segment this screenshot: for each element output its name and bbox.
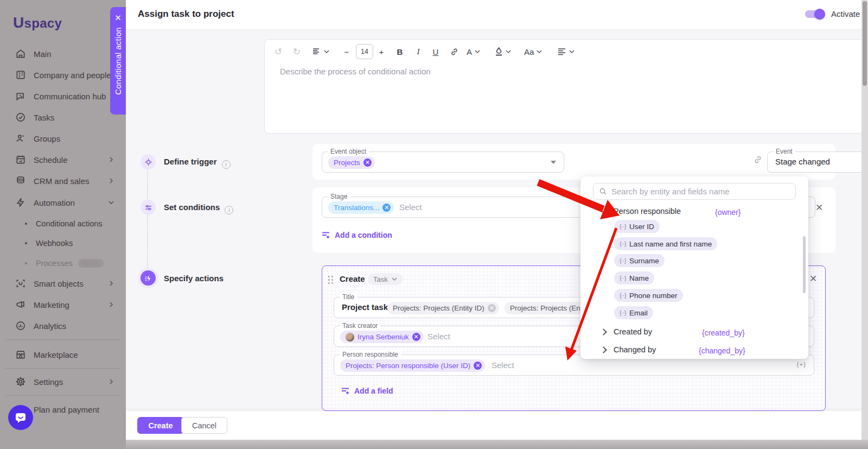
undo-button[interactable]: ↺: [272, 44, 284, 59]
link-button[interactable]: [448, 44, 460, 59]
avatar: [346, 333, 354, 342]
page-scrollbar: [861, 0, 868, 440]
select-placeholder: Select: [427, 332, 450, 341]
editor-placeholder: Describe the process of conditional acti…: [280, 67, 431, 76]
person-responsible-chip[interactable]: Projects: Person responsible (User ID)✕: [340, 359, 485, 372]
dropdown-field-phone-number[interactable]: {··}Phone number: [614, 289, 683, 302]
created-by-token: {created_by}: [702, 328, 745, 337]
trigger-step-label: Define triggeri: [164, 157, 231, 169]
dropdown-field-name[interactable]: {··}Name: [614, 271, 654, 284]
conditional-action-tab-label: Conditional action: [113, 27, 123, 95]
underline-button[interactable]: U: [430, 44, 442, 59]
page-title: Assign task to project: [138, 9, 234, 20]
target-icon: [144, 158, 152, 166]
select-placeholder: Select: [492, 361, 514, 370]
conditions-step-label: Set conditionsi: [164, 203, 233, 214]
event-object-field[interactable]: Event object Projects✕: [322, 151, 564, 173]
chat-bubble-icon: [14, 411, 27, 424]
chevron-down-icon: [569, 50, 575, 54]
panel-header: Assign task to project Activate after sa…: [126, 0, 868, 30]
stage-chip[interactable]: Translations...✕: [328, 201, 394, 214]
italic-button[interactable]: I: [412, 44, 424, 59]
bold-button[interactable]: B: [394, 44, 406, 59]
create-button[interactable]: Create: [137, 417, 184, 434]
remove-chip-icon[interactable]: ✕: [412, 333, 420, 341]
redo-button[interactable]: ↻: [291, 44, 303, 59]
scrollbar-thumb[interactable]: [863, 1, 867, 86]
insert-variable-button[interactable]: {+}: [797, 361, 806, 368]
select-placeholder: Select: [399, 203, 422, 212]
chat-widget-button[interactable]: [8, 405, 33, 430]
dropdown-caret-icon: [551, 161, 556, 164]
chevron-right-icon: [600, 346, 607, 353]
remove-chip-icon[interactable]: ✕: [382, 204, 391, 212]
link-fields-icon: [753, 155, 763, 165]
create-action-label: Create: [340, 274, 365, 283]
search-placeholder: Search by entity and fields name: [611, 187, 730, 196]
remove-action-button[interactable]: ✕: [809, 275, 818, 283]
action-type-chip[interactable]: Task: [368, 273, 403, 285]
close-icon[interactable]: ✕: [114, 14, 122, 22]
remove-chip-icon[interactable]: ✕: [488, 304, 496, 312]
chevron-down-icon: [537, 50, 542, 54]
chevron-down-icon: [324, 50, 329, 54]
chevron-down-icon: [506, 50, 511, 54]
step-connector: [147, 163, 148, 271]
highlight-icon: [495, 47, 503, 56]
dropdown-field-last-first-name[interactable]: {··}Last name and first name: [614, 237, 717, 250]
trigger-card: Event object Projects✕ Event Stage chang…: [312, 144, 835, 180]
highlight-color-button[interactable]: [495, 44, 511, 59]
align-button[interactable]: [558, 44, 575, 59]
title-variable-chip[interactable]: Projects: Projects (Entity ID)✕: [387, 302, 499, 314]
info-icon[interactable]: i: [222, 160, 231, 169]
field-picker-dropdown: Search by entity and fields name Person …: [580, 176, 808, 359]
field-search-input[interactable]: Search by entity and fields name: [593, 183, 796, 200]
chevron-down-icon: [475, 50, 480, 54]
dropdown-field-user-id[interactable]: {··}User ID: [614, 220, 660, 233]
font-color-button[interactable]: A: [467, 44, 480, 59]
event-object-chip[interactable]: Projects✕: [328, 156, 375, 169]
add-lines-icon: [322, 231, 330, 239]
lightning-fast-icon: [144, 274, 152, 282]
chevron-down-icon: [600, 206, 608, 214]
event-value: Stage changed: [775, 157, 830, 166]
add-field-link[interactable]: Add a field: [341, 387, 393, 395]
font-size-decrease-button[interactable]: −: [341, 44, 353, 59]
cancel-button[interactable]: Cancel: [181, 417, 227, 434]
dropdown-scrollbar-thumb[interactable]: [803, 236, 806, 293]
dropdown-field-surname[interactable]: {··}Surname: [614, 254, 665, 267]
task-creator-chip[interactable]: Iryna Serbeniuk✕: [340, 331, 424, 343]
owner-token: {owner}: [715, 208, 741, 217]
chevron-down-icon: [392, 277, 397, 281]
task-title-value: Project task: [342, 302, 388, 312]
remove-chip-icon[interactable]: ✕: [363, 159, 372, 167]
activate-toggle[interactable]: [805, 10, 824, 18]
add-lines-icon: [341, 387, 350, 395]
sliders-icon: [144, 204, 152, 212]
remove-chip-icon[interactable]: ✕: [474, 362, 482, 370]
dropdown-group-changed-by[interactable]: Changed by: [601, 345, 656, 354]
text-format-button[interactable]: Aa: [524, 44, 542, 59]
line-spacing-button[interactable]: [312, 44, 329, 59]
font-size-value[interactable]: 14: [356, 44, 373, 59]
align-left-icon: [558, 48, 566, 55]
add-condition-link[interactable]: Add a condition: [322, 231, 392, 239]
actions-step-label: Specify actions: [164, 274, 224, 283]
dropdown-group-person-responsible[interactable]: Person responsible: [601, 207, 681, 216]
conditional-action-tab[interactable]: ✕ Conditional action: [110, 7, 126, 115]
dropdown-field-email[interactable]: {··}Email: [614, 306, 653, 319]
remove-condition-button[interactable]: ✕: [815, 204, 824, 212]
drag-handle[interactable]: [328, 276, 333, 284]
font-size-increase-button[interactable]: +: [375, 44, 387, 59]
link-icon: [450, 47, 459, 56]
info-icon[interactable]: i: [225, 206, 233, 214]
description-editor[interactable]: ↺ ↻ − 14 + B I U A Aa Describe th: [264, 39, 868, 134]
dropdown-group-created-by[interactable]: Created by: [601, 327, 652, 336]
actions-step-icon: [141, 270, 156, 286]
event-field[interactable]: Event Stage changed: [767, 151, 868, 173]
panel-footer: Create Cancel: [126, 411, 868, 440]
conditions-step-icon: [141, 200, 156, 215]
changed-by-token: {changed_by}: [699, 346, 745, 355]
backdrop-bottom-strip: [126, 440, 868, 449]
trigger-step-icon: [141, 154, 156, 169]
